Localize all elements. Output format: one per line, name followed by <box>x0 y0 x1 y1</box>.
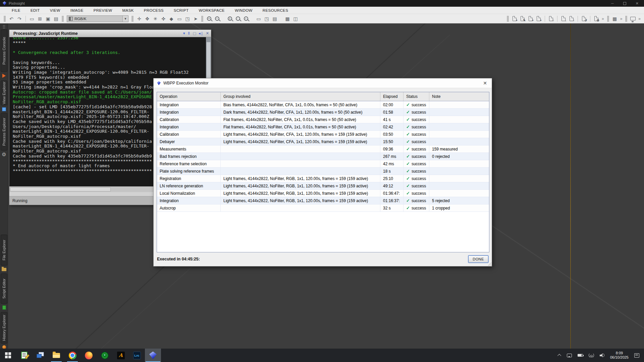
zoom-fill-icon[interactable]: ▪ <box>242 15 250 22</box>
taskbar-phd2[interactable] <box>97 349 113 362</box>
new-preview-icon[interactable]: ▭ <box>175 15 183 22</box>
pan-mode-icon[interactable]: ✥ <box>143 15 151 22</box>
script-editor-icon[interactable] <box>1 304 7 310</box>
workspace-pattern-icon[interactable]: ▩ <box>611 15 619 22</box>
file-explorer-icon[interactable] <box>1 266 7 273</box>
taskbar-notepad[interactable] <box>16 349 32 362</box>
readout-mode-icon[interactable]: ✛ <box>135 15 143 22</box>
toolbar-drag-handle[interactable] <box>131 16 133 22</box>
console-titlebar[interactable]: Processing: JavaScript Runtime ▾⇕▢◂❘✕ <box>9 30 211 37</box>
scrollbar-thumb[interactable] <box>10 187 111 191</box>
dock-drag-handle[interactable] <box>3 25 5 29</box>
table-row[interactable]: LN reference generationLight frames, 414… <box>157 182 489 190</box>
menu-window[interactable]: WINDOW <box>230 8 258 12</box>
toolbar-drag-handle[interactable] <box>4 16 6 22</box>
process-explorer-icon[interactable]: ⚙ <box>1 151 7 157</box>
toolbar-drag-handle[interactable] <box>507 16 509 22</box>
delete-preview-icon[interactable]: ▤ <box>271 15 279 22</box>
preview-window-icon[interactable]: ▭ <box>255 15 263 22</box>
duplicate-image-icon[interactable]: ▣ <box>44 15 52 22</box>
history-explorer-icon[interactable] <box>1 344 7 349</box>
sidebar-tab-file-explorer[interactable]: File Explorer <box>1 235 7 265</box>
table-row[interactable]: Local NormalizationLight frames, 4144x28… <box>157 190 489 197</box>
process-options-icon[interactable]: ⚙ <box>592 15 600 22</box>
tray-expand-icon[interactable] <box>557 354 561 358</box>
table-row[interactable]: IntegrationDark frames, 4144x2822, NoFil… <box>157 109 489 116</box>
app-titlebar[interactable]: PixInsight ─ ✕ <box>0 0 644 7</box>
table-row[interactable]: Measurements09:36✓success159 measured <box>157 145 489 153</box>
toolbar-overflow-icon[interactable]: » <box>602 16 604 21</box>
volume-icon[interactable] <box>600 353 604 357</box>
table-row[interactable]: Bad frames rejection267 ms✓success0 reje… <box>157 153 489 160</box>
taskbar-pixinsight[interactable] <box>145 349 161 362</box>
toolbar-overflow-icon[interactable]: » <box>638 16 641 21</box>
save-process-icon[interactable]: ↑ <box>568 15 576 22</box>
dropdown-arrow-icon[interactable]: ▼ <box>122 16 128 22</box>
console-float-icon[interactable]: ⇕ <box>187 32 190 35</box>
close-icon[interactable]: ✕ <box>636 1 639 6</box>
process-console-icon[interactable] <box>1 73 7 79</box>
console-close-icon[interactable]: ✕ <box>206 32 209 35</box>
toolbar-drag-handle[interactable] <box>62 16 64 22</box>
screen-stretch-icon[interactable]: ▩ <box>283 15 291 22</box>
screen-setup-icon[interactable] <box>629 15 637 22</box>
table-row[interactable]: RegistrationLight frames, 4144x2822, NoF… <box>157 175 489 182</box>
maximize-icon[interactable] <box>623 2 626 5</box>
console-shade-icon[interactable]: ▢ <box>193 32 196 35</box>
taskbar-lightroom-classic[interactable]: Lrc <box>129 349 145 362</box>
cast-icon[interactable] <box>567 354 572 357</box>
action-center-icon[interactable] <box>634 353 639 358</box>
center-view-icon[interactable]: ✳ <box>151 15 159 22</box>
sidebar-tab-script-editor[interactable]: Script Editor <box>1 274 7 304</box>
table-row[interactable]: IntegrationFlat frames, 4144x2822, NoFil… <box>157 123 489 131</box>
sidebar-tab-view-explorer[interactable]: View Explorer <box>1 80 7 105</box>
view-explorer-icon[interactable] <box>1 106 7 112</box>
zoom-out-icon[interactable]: − <box>213 15 221 22</box>
menu-mask[interactable]: MASK <box>117 8 139 12</box>
battery-icon[interactable] <box>578 354 583 357</box>
table-row[interactable]: Reference frame selection42 ms✓success <box>157 160 489 168</box>
reset-process-icon[interactable]: ↺ <box>580 15 588 22</box>
menu-script[interactable]: SCRIPT <box>169 8 194 12</box>
channel-selector-combo[interactable]: RGB/K▼ <box>67 15 128 22</box>
sidebar-tab-history-explorer[interactable]: History Explorer <box>1 312 7 344</box>
toolbar-drag-handle[interactable] <box>607 16 609 22</box>
start-button[interactable] <box>0 349 16 362</box>
done-button[interactable]: DONE <box>468 255 488 263</box>
clone-process-icon[interactable]: + <box>527 15 535 22</box>
taskbar-file-explorer[interactable] <box>48 349 64 362</box>
undo-icon[interactable]: ↶ <box>7 15 15 22</box>
taskbar-astro-app[interactable]: A <box>113 349 129 362</box>
taskbar-chrome[interactable] <box>64 349 80 362</box>
select-mode-icon[interactable]: ➤ <box>192 15 200 22</box>
menu-file[interactable]: FILE <box>7 8 25 12</box>
menu-image[interactable]: IMAGE <box>65 8 89 12</box>
taskbar-remote-desktop[interactable] <box>32 349 48 362</box>
toolbar-drag-handle[interactable] <box>201 16 203 22</box>
preview-select-icon[interactable]: ◳ <box>263 15 271 22</box>
rename-view-icon[interactable]: ▭ <box>28 15 36 22</box>
menu-workspace[interactable]: WORKSPACE <box>194 8 230 12</box>
dialog-close-icon[interactable]: ✕ <box>482 80 488 86</box>
background-pattern-icon[interactable]: ◫ <box>291 15 300 22</box>
clock[interactable]: 8:09 06/10/2025 <box>610 351 629 360</box>
table-row[interactable]: IntegrationBias frames, 4144x2822, NoFil… <box>157 101 489 109</box>
sidebar-tab-process-explorer[interactable]: Process Explorer <box>1 113 7 150</box>
console-menu-icon[interactable]: ▾ <box>183 32 185 35</box>
taskbar-firefox[interactable] <box>80 349 97 362</box>
zoom-in-icon[interactable]: + <box>205 15 213 22</box>
toolbar-drag-handle[interactable] <box>625 16 627 22</box>
table-row[interactable]: CalibrationFlat frames, 4144x2822, NoFil… <box>157 116 489 123</box>
menu-resources[interactable]: RESOURCES <box>258 8 293 12</box>
edit-preview-icon[interactable]: ◳ <box>183 15 192 22</box>
table-row[interactable]: CalibrationLight frames, 4144x2822, NoFi… <box>157 131 489 138</box>
table-row[interactable]: Plate solving reference frames18 s✓succe… <box>157 168 489 175</box>
fit-view-icon[interactable]: ✜ <box>159 15 167 22</box>
browse-process-icon[interactable]: ○ <box>547 15 555 22</box>
sidebar-tab-process-console[interactable]: Process Console <box>1 29 7 72</box>
iconize-image-icon[interactable]: ▤ <box>52 15 60 22</box>
load-process-icon[interactable]: ↓ <box>559 15 568 22</box>
edit-process-icon[interactable]: ✎ <box>519 15 527 22</box>
redo-icon[interactable]: ↷ <box>15 15 23 22</box>
table-row[interactable]: Autocrop32 s✓success1 cropped <box>157 204 489 212</box>
